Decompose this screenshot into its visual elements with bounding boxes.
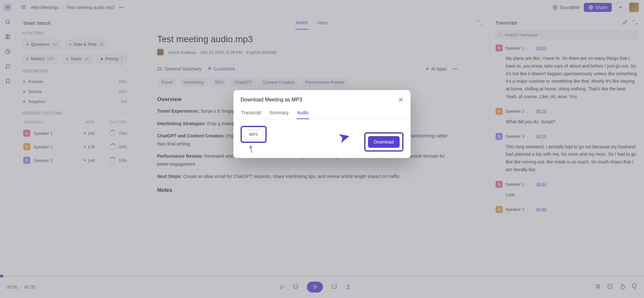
format-highlight: MP3 [241,126,267,143]
modal-title: Download Meeting as MP3 [241,97,302,103]
download-highlight: Download [364,132,403,152]
modal-overlay[interactable]: Download Meeting as MP3 ✕ Transcript Sum… [0,0,644,298]
modal-tab-audio[interactable]: Audio [297,107,309,119]
modal-tab-summary[interactable]: Summary [269,107,289,119]
download-button[interactable]: Download [368,136,400,148]
download-modal: Download Meeting as MP3 ✕ Transcript Sum… [233,90,411,158]
modal-tab-transcript[interactable]: Transcript [241,107,262,119]
close-icon[interactable]: ✕ [398,96,403,104]
format-mp3-option[interactable]: MP3 [244,130,263,139]
